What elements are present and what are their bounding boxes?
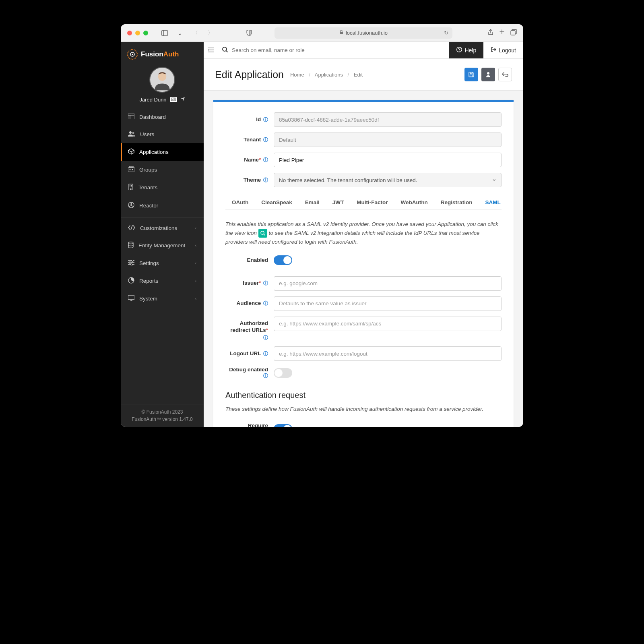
chevron-left-icon: ‹ [195, 226, 196, 230]
info-icon[interactable]: ⓘ [263, 117, 268, 122]
lock-icon [339, 30, 343, 36]
sidebar-item-users[interactable]: Users [121, 126, 204, 143]
search-input[interactable] [232, 47, 445, 53]
code-icon [128, 225, 135, 231]
browser-chrome: ⌄ 〈 〉 local.fusionauth.io ↻ [121, 24, 523, 42]
audience-field[interactable] [274, 296, 502, 311]
reactor-icon [128, 202, 134, 209]
id-field [274, 112, 502, 127]
new-tab-icon[interactable] [499, 29, 505, 37]
topbar: Help Logout [204, 42, 523, 59]
tab-oauth[interactable]: OAuth [225, 195, 255, 210]
audience-label: Audience ⓘ [225, 300, 274, 307]
back-button[interactable] [498, 68, 512, 81]
svg-point-32 [132, 260, 133, 261]
require-signature-toggle[interactable] [274, 424, 292, 427]
sidebar-item-settings[interactable]: Settings ‹ [121, 255, 204, 272]
logout-url-field[interactable] [274, 346, 502, 361]
reload-icon[interactable]: ↻ [444, 30, 448, 36]
form-row-debug: Debug enabled ⓘ [225, 367, 502, 379]
search-container [218, 47, 449, 54]
collapse-sidebar-icon[interactable] [204, 47, 218, 54]
sidebar-item-applications[interactable]: Applications [121, 143, 204, 161]
sidebar-item-tenants[interactable]: Tenants [121, 178, 204, 197]
info-icon[interactable]: ⓘ [263, 177, 268, 183]
redirect-field[interactable] [274, 317, 502, 331]
version-text: FusionAuth™ version 1.47.0 [125, 416, 200, 423]
id-label: Id ⓘ [225, 116, 274, 123]
breadcrumb-applications[interactable]: Applications [315, 72, 343, 78]
tabs-icon[interactable] [510, 29, 517, 37]
window-close-button[interactable] [127, 31, 132, 35]
sidebar-item-entity-management[interactable]: Entity Management ‹ [121, 236, 204, 255]
question-circle-icon [456, 47, 462, 54]
window-minimize-button[interactable] [135, 31, 140, 35]
tab-cleanspeak[interactable]: CleanSpeak [255, 195, 299, 210]
sidebar-item-label: Users [140, 131, 154, 137]
url-bar[interactable]: local.fusionauth.io ↻ [275, 27, 452, 39]
logout-button[interactable]: Logout [483, 42, 523, 58]
tab-jwt[interactable]: JWT [326, 195, 351, 210]
tab-webauthn[interactable]: WebAuthn [394, 195, 434, 210]
nav-divider [121, 217, 204, 217]
location-arrow-icon[interactable] [180, 97, 185, 103]
sidebar-item-reactor[interactable]: Reactor [121, 197, 204, 215]
svg-point-29 [130, 204, 132, 206]
share-icon[interactable] [488, 29, 493, 37]
info-icon[interactable]: ⓘ [263, 137, 268, 143]
forward-button[interactable]: 〉 [204, 28, 217, 38]
info-icon[interactable]: ⓘ [263, 351, 268, 356]
form-row-theme: Theme ⓘ No theme selected. The tenant co… [225, 173, 502, 187]
breadcrumb: Home / Applications / Edit [290, 72, 363, 78]
back-button[interactable]: 〈 [189, 28, 201, 38]
enabled-label: Enabled [225, 257, 274, 263]
save-button[interactable] [464, 68, 478, 81]
help-button[interactable]: Help [449, 42, 483, 58]
tab-email[interactable]: Email [299, 195, 326, 210]
info-icon[interactable]: ⓘ [263, 157, 268, 163]
saml-description: This enables this application as a SAML … [225, 220, 502, 246]
svg-point-17 [132, 132, 134, 134]
sidebar-item-groups[interactable]: Groups [121, 161, 204, 178]
info-icon[interactable]: ⓘ [263, 280, 268, 286]
svg-line-45 [226, 51, 227, 52]
tab-multi-factor[interactable]: Multi-Factor [350, 195, 394, 210]
manage-roles-button[interactable] [481, 68, 495, 81]
groups-icon [128, 166, 134, 173]
user-profile[interactable]: Jared Dunn [121, 64, 204, 108]
info-icon[interactable]: ⓘ [263, 335, 268, 340]
header-actions [464, 68, 512, 81]
shield-icon[interactable] [243, 28, 255, 38]
form-row-name: Name* ⓘ [225, 153, 502, 167]
debug-toggle[interactable] [274, 368, 292, 378]
sidebar-item-system[interactable]: System ‹ [121, 290, 204, 307]
browser-window: ⌄ 〈 〉 local.fusionauth.io ↻ [121, 24, 523, 427]
theme-select[interactable]: No theme selected. The tenant configurat… [274, 173, 502, 187]
sidebar-toggle-icon[interactable] [159, 28, 171, 38]
breadcrumb-home[interactable]: Home [290, 72, 304, 78]
issuer-field[interactable] [274, 276, 502, 291]
sidebar-item-customizations[interactable]: Customizations ‹ [121, 220, 204, 236]
sidebar-item-reports[interactable]: Reports ‹ [121, 272, 204, 290]
form-row-issuer: Issuer* ⓘ [225, 276, 502, 291]
svg-rect-2 [340, 32, 343, 34]
info-icon[interactable]: ⓘ [263, 373, 268, 379]
sidebar-item-label: System [139, 296, 157, 302]
form-row-redirect: Authorized redirect URLs* ⓘ [225, 317, 502, 341]
name-field[interactable] [274, 153, 502, 167]
info-icon[interactable]: ⓘ [263, 300, 268, 306]
enabled-toggle[interactable] [274, 255, 292, 265]
logo[interactable]: FusionAuth [121, 42, 204, 64]
logo-mark-icon [127, 49, 138, 60]
tab-registration[interactable]: Registration [434, 195, 479, 210]
chevron-down-icon[interactable]: ⌄ [174, 28, 186, 38]
sidebar-item-dashboard[interactable]: Dashboard [121, 108, 204, 126]
svg-line-52 [264, 234, 265, 235]
tab-saml[interactable]: SAML [479, 195, 502, 210]
id-card-icon [170, 97, 177, 102]
main: Help Logout Edit Application Home / Appl… [204, 42, 523, 427]
svg-rect-49 [470, 75, 473, 77]
window-maximize-button[interactable] [143, 31, 148, 35]
logout-icon [491, 47, 496, 54]
name-label: Name* ⓘ [225, 157, 274, 164]
